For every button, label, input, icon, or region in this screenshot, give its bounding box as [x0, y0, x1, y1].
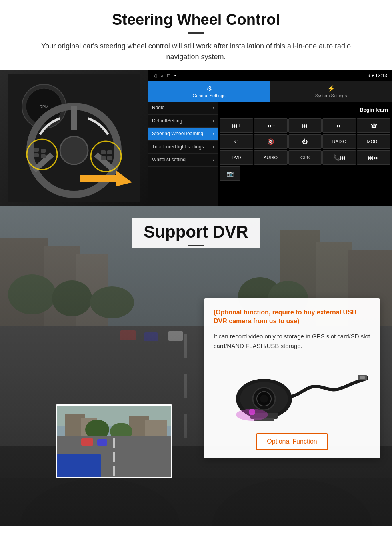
- ctrl-call-prev[interactable]: 📞⏮: [322, 150, 356, 165]
- svg-rect-17: [101, 156, 106, 160]
- menu-default-label: DefaultSetting: [152, 118, 182, 124]
- svg-rect-49: [145, 420, 167, 438]
- svg-rect-15: [101, 150, 106, 154]
- svg-rect-53: [113, 438, 115, 448]
- menu-tricoloured-label: Tricoloured light settings: [152, 144, 204, 150]
- svg-rect-11: [34, 148, 39, 152]
- gear-icon: ⚙: [206, 85, 212, 92]
- chevron-right-icon: ›: [213, 144, 214, 150]
- svg-rect-67: [360, 376, 365, 379]
- menu-item-tricoloured[interactable]: Tricoloured light settings ›: [148, 141, 218, 154]
- ctrl-gps[interactable]: GPS: [288, 150, 322, 165]
- menu-whitelist-label: Whitelist setting: [152, 157, 186, 163]
- ctrl-mute[interactable]: 🔇: [254, 134, 288, 149]
- dvr-optional-text: (Optional function, require to buy exter…: [214, 308, 370, 326]
- svg-rect-14: [41, 154, 46, 158]
- begin-learn-button[interactable]: Begin learn: [360, 107, 388, 113]
- tab-general-label: General Settings: [193, 93, 226, 98]
- page-title: Steering Wheel Control: [24, 11, 368, 28]
- status-time: 9 ▾ 13:13: [368, 73, 387, 78]
- svg-rect-20: [80, 175, 118, 182]
- subtitle-text: Your original car's steering wheel contr…: [24, 41, 368, 62]
- back-icon: ◁: [153, 73, 156, 78]
- statusbar: ◁ ○ □ ▪ 9 ▾ 13:13: [148, 70, 392, 81]
- camera-icon: 📷: [227, 170, 234, 177]
- header-section: Steering Wheel Control Your original car…: [0, 0, 392, 70]
- control-row-2: ↩ 🔇 ⏻ RADIO MODE: [218, 134, 392, 150]
- dvr-camera-image: [214, 359, 370, 427]
- power-icon: ⏻: [302, 138, 308, 145]
- ff-icon: ⏭⏭: [368, 154, 379, 161]
- menu-item-whitelist[interactable]: Whitelist setting ›: [148, 154, 218, 167]
- svg-point-63: [260, 395, 268, 403]
- home-icon: ○: [160, 73, 163, 78]
- control-row-1: ⏮+ ⏮− ⏮ ⏭ ☎: [218, 118, 392, 134]
- tab-system-label: System Settings: [315, 93, 347, 98]
- menu-item-radio[interactable]: Radio ›: [148, 102, 218, 115]
- svg-rect-58: [57, 454, 101, 478]
- call-prev-icon: 📞⏮: [333, 154, 346, 161]
- svg-rect-18: [107, 156, 112, 160]
- optional-function-button[interactable]: Optional Function: [256, 433, 328, 450]
- audio-label: AUDIO: [264, 155, 278, 160]
- begin-learn-row: Begin learn: [218, 102, 392, 118]
- ctrl-prev[interactable]: ⏮: [288, 118, 322, 133]
- chevron-right-icon: ›: [213, 131, 214, 136]
- mode-label: MODE: [367, 139, 380, 144]
- svg-rect-54: [113, 452, 115, 462]
- svg-rect-13: [41, 149, 46, 153]
- next-icon: ⏭: [336, 122, 342, 129]
- ctrl-vol-minus[interactable]: ⏮−: [254, 118, 288, 133]
- ctrl-vol-plus[interactable]: ⏮+: [220, 118, 253, 133]
- menu-item-defaultsetting[interactable]: DefaultSetting ›: [148, 115, 218, 128]
- steering-wheel-section: RPM: [0, 70, 392, 206]
- ctrl-cam[interactable]: 📷: [220, 166, 240, 181]
- menu-steering-label: Steering Wheel learning: [152, 131, 203, 137]
- ctrl-hangup[interactable]: ↩: [220, 134, 253, 149]
- dvr-title: Support DVR: [144, 222, 248, 242]
- steering-wheel-image: RPM: [0, 70, 148, 206]
- android-tabs: ⚙ General Settings ⚡ System Settings: [148, 81, 392, 102]
- android-content: Radio › DefaultSetting › Steering Wheel …: [148, 102, 392, 206]
- svg-text:RPM: RPM: [40, 105, 48, 109]
- svg-rect-12: [34, 153, 39, 157]
- chevron-right-icon: ›: [213, 158, 214, 163]
- svg-rect-55: [113, 466, 115, 476]
- recent-icon: □: [167, 73, 170, 78]
- ctrl-phone[interactable]: ☎: [357, 118, 390, 133]
- dvr-title-container: Support DVR: [0, 206, 392, 252]
- ctrl-dvd[interactable]: DVD: [220, 150, 253, 165]
- control-row-4: 📷: [218, 166, 392, 182]
- menu-list: Radio › DefaultSetting › Steering Wheel …: [148, 102, 218, 206]
- phone-icon: ☎: [370, 122, 377, 129]
- svg-point-69: [249, 409, 255, 415]
- gps-label: GPS: [300, 155, 310, 160]
- ctrl-ff[interactable]: ⏭⏭: [357, 150, 390, 165]
- ctrl-audio[interactable]: AUDIO: [254, 150, 288, 165]
- menu-item-steering-wheel[interactable]: Steering Wheel learning ›: [148, 128, 218, 141]
- tab-general-settings[interactable]: ⚙ General Settings: [148, 81, 270, 102]
- prev-icon: ⏮: [302, 122, 308, 129]
- tab-system-settings[interactable]: ⚡ System Settings: [270, 81, 392, 102]
- ctrl-next[interactable]: ⏭: [322, 118, 356, 133]
- chevron-right-icon: ›: [213, 105, 214, 110]
- system-icon: ⚡: [327, 85, 335, 92]
- svg-rect-56: [81, 438, 93, 446]
- control-panel: Begin learn ⏮+ ⏮− ⏮ ⏭: [218, 102, 392, 206]
- svg-rect-57: [97, 439, 107, 446]
- svg-point-8: [60, 136, 88, 164]
- chevron-right-icon: ›: [213, 118, 214, 124]
- menu-radio-label: Radio: [152, 105, 164, 111]
- menu-icon: ▪: [174, 73, 176, 78]
- statusbar-nav-icons: ◁ ○ □ ▪: [153, 73, 176, 78]
- hangup-icon: ↩: [234, 138, 239, 145]
- ctrl-power[interactable]: ⏻: [288, 134, 322, 149]
- title-divider: [188, 32, 204, 34]
- dvr-info-card: (Optional function, require to buy exter…: [204, 298, 380, 458]
- vol-minus-icon: ⏮−: [266, 122, 275, 129]
- dvr-thumbnail: [56, 404, 172, 478]
- ctrl-radio[interactable]: RADIO: [322, 134, 356, 149]
- mute-icon: 🔇: [267, 138, 274, 145]
- dvr-thumbnail-image: [57, 406, 171, 477]
- ctrl-mode[interactable]: MODE: [357, 134, 390, 149]
